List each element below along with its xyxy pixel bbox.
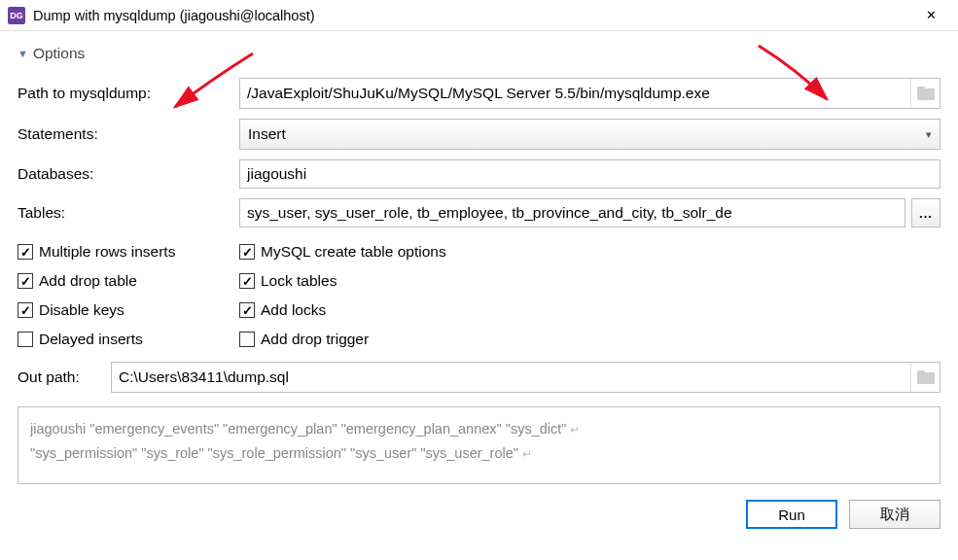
label-databases: Databases: (18, 165, 239, 183)
path-input[interactable] (240, 79, 911, 108)
out-path-input[interactable] (112, 363, 911, 392)
label-path: Path to mysqldump: (18, 85, 239, 102)
checkbox-icon (18, 273, 33, 289)
window-title: Dump with mysqldump (jiagoushi@localhost… (33, 8, 911, 23)
run-button[interactable]: Run (746, 500, 837, 529)
browse-out-path-button[interactable] (910, 363, 940, 392)
checkbox-grid: Multiple rows inserts Add drop table Dis… (18, 237, 940, 354)
check-add-drop-table[interactable]: Add drop table (18, 266, 239, 296)
line-break-icon: ↵ (570, 423, 580, 437)
section-title: Options (33, 45, 85, 62)
cancel-button[interactable]: 取消 (849, 500, 940, 529)
command-preview: jiagoushi "emergency_events" "emergency_… (18, 406, 940, 484)
row-databases: Databases: (18, 159, 940, 189)
checkbox-icon (18, 302, 33, 318)
checkbox-icon (18, 244, 33, 260)
folder-icon (917, 370, 935, 384)
databases-input[interactable] (239, 159, 940, 189)
browse-path-button[interactable] (910, 79, 940, 108)
check-add-drop-trigger[interactable]: Add drop trigger (239, 325, 940, 354)
check-add-locks[interactable]: Add locks (239, 296, 940, 325)
check-disable-keys[interactable]: Disable keys (18, 296, 239, 325)
checkbox-icon (239, 273, 255, 289)
tables-more-button[interactable]: ... (911, 198, 940, 228)
check-delayed-inserts[interactable]: Delayed inserts (18, 325, 239, 354)
collapse-triangle-icon: ▼ (18, 48, 28, 59)
label-out-path: Out path: (18, 368, 111, 386)
row-path: Path to mysqldump: (18, 78, 940, 109)
checkbox-icon (239, 302, 255, 318)
checkbox-icon (18, 332, 33, 347)
label-statements: Statements: (18, 125, 239, 143)
check-multiple-rows-inserts[interactable]: Multiple rows inserts (18, 237, 239, 266)
label-tables: Tables: (18, 204, 239, 222)
chevron-down-icon: ▾ (926, 128, 932, 141)
row-out-path: Out path: (18, 362, 940, 393)
app-icon: DG (8, 7, 25, 24)
line-break-icon: ↵ (522, 447, 532, 461)
checkbox-icon (239, 244, 255, 260)
statements-select[interactable]: Insert ▾ (239, 119, 940, 150)
close-icon[interactable]: ✕ (911, 0, 950, 31)
options-section-header[interactable]: ▼ Options (18, 45, 940, 62)
statements-value: Insert (248, 125, 926, 143)
row-statements: Statements: Insert ▾ (18, 119, 940, 150)
dialog-content: ▼ Options Path to mysqldump: Statements:… (0, 31, 958, 490)
row-tables: Tables: ... (18, 198, 940, 228)
tables-input[interactable] (239, 198, 905, 228)
folder-icon (917, 87, 935, 100)
check-lock-tables[interactable]: Lock tables (239, 266, 940, 296)
checkbox-icon (239, 332, 255, 347)
check-mysql-create-table-options[interactable]: MySQL create table options (239, 237, 940, 266)
dialog-buttons: Run 取消 (0, 490, 958, 541)
titlebar: DG Dump with mysqldump (jiagoushi@localh… (0, 0, 958, 31)
